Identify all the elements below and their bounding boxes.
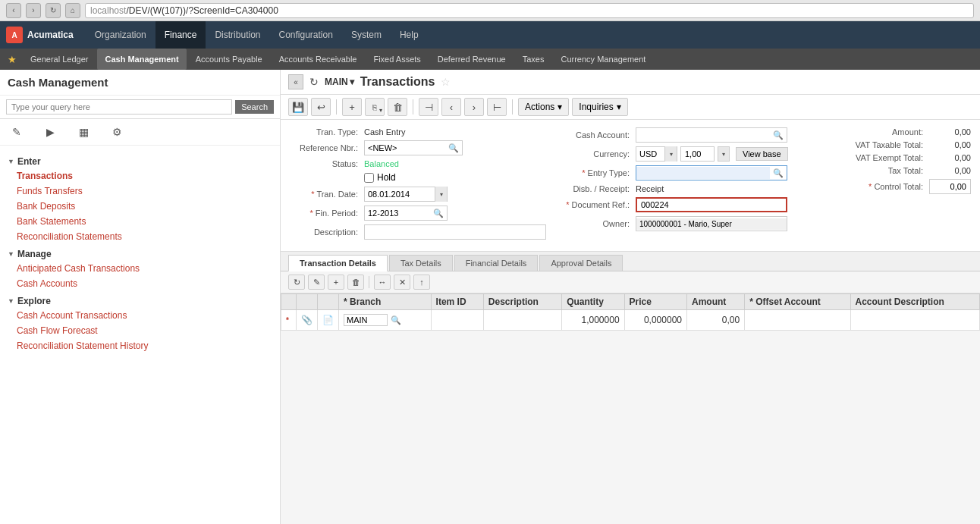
description-input[interactable] xyxy=(364,224,546,240)
subnav-deferred-revenue[interactable]: Deferred Revenue xyxy=(430,49,514,70)
currency-dropdown[interactable]: ▾ xyxy=(664,146,677,162)
tab-transaction-details[interactable]: Transaction Details xyxy=(288,255,388,271)
fin-period-input[interactable] xyxy=(365,207,430,219)
actions-dropdown[interactable]: Actions ▾ xyxy=(518,98,569,116)
sidebar-section-manage: Manage xyxy=(0,244,280,261)
nav-item-configuration[interactable]: Configuration xyxy=(269,21,341,49)
sidebar-item-funds-transfers[interactable]: Funds Transfers xyxy=(0,184,280,199)
fin-period-search-icon[interactable]: 🔍 xyxy=(430,209,447,218)
last-record-button[interactable]: ⊢ xyxy=(487,98,507,116)
table-row: * 📎 📄 🔍 1,000000 0,000000 xyxy=(281,310,980,331)
tab-approval-details[interactable]: Approval Details xyxy=(539,255,623,271)
subnav-cash-management[interactable]: Cash Management xyxy=(97,49,186,70)
col-amount: Amount xyxy=(686,294,744,310)
cash-account-input[interactable] xyxy=(636,129,770,141)
amount-row: Amount: 0,00 xyxy=(832,127,971,136)
sidebar-search-input[interactable] xyxy=(6,99,232,115)
subnav-taxes[interactable]: Taxes xyxy=(515,49,552,70)
col-indicator xyxy=(281,294,297,310)
subnav-currency-management[interactable]: Currency Management xyxy=(553,49,653,70)
save-button[interactable]: 💾 xyxy=(288,98,308,116)
favorite-star[interactable]: ★ xyxy=(3,54,21,65)
home-btn[interactable]: ⌂ xyxy=(65,3,80,18)
tran-date-input[interactable] xyxy=(365,188,435,200)
view-base-button[interactable]: View base xyxy=(736,147,788,161)
grid-add-button[interactable]: + xyxy=(328,275,344,290)
forward-btn[interactable]: › xyxy=(26,3,41,18)
subnav-fixed-assets[interactable]: Fixed Assets xyxy=(366,49,428,70)
nav-item-system[interactable]: System xyxy=(342,21,391,49)
reload-btn[interactable]: ↻ xyxy=(46,3,61,18)
grid-upload-button[interactable]: ↑ xyxy=(413,275,430,290)
delete-record-button[interactable]: 🗑 xyxy=(388,98,407,116)
grid-refresh-button[interactable]: ↻ xyxy=(288,275,305,290)
undo-button[interactable]: ↩ xyxy=(311,98,331,116)
grid-export-button[interactable]: ✕ xyxy=(394,275,410,290)
refresh-icon[interactable]: ↻ xyxy=(309,76,319,88)
subnav-general-ledger[interactable]: General Ledger xyxy=(23,49,96,70)
sidebar-item-anticipated-cash[interactable]: Anticipated Cash Transactions xyxy=(0,261,280,276)
row-branch-search[interactable]: 🔍 xyxy=(388,315,404,325)
inquiries-dropdown[interactable]: Inquiries ▾ xyxy=(572,98,627,116)
hold-row: Hold xyxy=(290,172,546,183)
sidebar-item-bank-deposits[interactable]: Bank Deposits xyxy=(0,199,280,214)
add-record-button[interactable]: + xyxy=(342,98,362,116)
play-tool-icon[interactable]: ▶ xyxy=(41,123,59,141)
nav-item-distribution[interactable]: Distribution xyxy=(206,21,269,49)
nav-item-help[interactable]: Help xyxy=(391,21,428,49)
sidebar-item-cash-account-transactions[interactable]: Cash Account Transactions xyxy=(0,308,280,323)
hold-checkbox[interactable] xyxy=(364,173,374,183)
sidebar-item-reconciliation-history[interactable]: Reconciliation Statement History xyxy=(0,338,280,353)
doc-ref-input[interactable] xyxy=(636,197,787,212)
content-area: « ↻ MAIN ▾ Transactions ☆ 💾 ↩ + ⎘▾ 🗑 ⊣ ‹… xyxy=(281,70,980,524)
row-offset-account[interactable] xyxy=(745,310,850,331)
tab-financial-details[interactable]: Financial Details xyxy=(454,255,539,271)
entry-type-search-icon[interactable]: 🔍 xyxy=(770,168,787,178)
logo-area[interactable]: A Acumatica xyxy=(6,27,74,43)
collapse-sidebar-button[interactable]: « xyxy=(288,74,303,89)
grid-fit-button[interactable]: ↔ xyxy=(374,275,391,290)
row-description[interactable] xyxy=(483,310,561,331)
edit-tool-icon[interactable]: ✎ xyxy=(8,123,26,141)
cash-account-search-icon[interactable]: 🔍 xyxy=(770,130,787,140)
nav-item-organization[interactable]: Organization xyxy=(86,21,155,49)
row-branch-input[interactable] xyxy=(344,314,388,326)
control-total-row: Control Total: xyxy=(832,179,971,194)
control-total-input[interactable] xyxy=(929,179,971,194)
next-record-button[interactable]: › xyxy=(464,98,484,116)
sidebar-item-transactions[interactable]: Transactions xyxy=(0,168,280,184)
copy-record-button[interactable]: ⎘▾ xyxy=(365,98,385,116)
page-favorite-star[interactable]: ☆ xyxy=(441,76,451,88)
grid-edit-button[interactable]: ✎ xyxy=(308,275,325,290)
back-btn[interactable]: ‹ xyxy=(6,3,21,18)
chart-tool-icon[interactable]: ▦ xyxy=(74,123,93,141)
col-file xyxy=(318,294,339,310)
row-file-icon[interactable]: 📄 xyxy=(318,310,339,331)
subnav-accounts-receivable[interactable]: Accounts Receivable xyxy=(272,49,365,70)
sidebar-item-reconciliation-statements[interactable]: Reconciliation Statements xyxy=(0,229,280,244)
reference-nbr-search-icon[interactable]: 🔍 xyxy=(445,143,462,153)
tran-date-dropdown[interactable]: ▾ xyxy=(435,187,447,202)
row-note-icon[interactable]: 📎 xyxy=(297,310,318,331)
entry-type-input[interactable] xyxy=(636,167,770,179)
grid-delete-button[interactable]: 🗑 xyxy=(347,275,364,290)
sidebar-item-cash-accounts[interactable]: Cash Accounts xyxy=(0,276,280,291)
tab-tax-details[interactable]: Tax Details xyxy=(389,255,453,271)
sidebar-item-bank-statements[interactable]: Bank Statements xyxy=(0,214,280,229)
settings-tool-icon[interactable]: ⚙ xyxy=(108,123,126,141)
currency-input[interactable] xyxy=(636,148,664,160)
currency-rate-dropdown[interactable]: ▾ xyxy=(718,146,730,162)
nav-item-finance[interactable]: Finance xyxy=(155,21,206,49)
reference-nbr-input[interactable] xyxy=(365,142,445,154)
row-item-id[interactable] xyxy=(431,310,483,331)
sidebar-item-cash-flow-forecast[interactable]: Cash Flow Forecast xyxy=(0,323,280,338)
subnav-accounts-payable[interactable]: Accounts Payable xyxy=(188,49,270,70)
page-name-dropdown[interactable]: MAIN ▾ xyxy=(325,77,354,87)
address-bar[interactable]: localhost/DEV/(W(107))/?ScreenId=CA30400… xyxy=(85,3,974,18)
sidebar-search-button[interactable]: Search xyxy=(235,100,274,114)
row-branch[interactable]: 🔍 xyxy=(339,310,432,331)
owner-input[interactable] xyxy=(636,218,787,230)
first-record-button[interactable]: ⊣ xyxy=(419,98,438,116)
prev-record-button[interactable]: ‹ xyxy=(441,98,461,116)
currency-rate-input[interactable] xyxy=(680,146,715,162)
